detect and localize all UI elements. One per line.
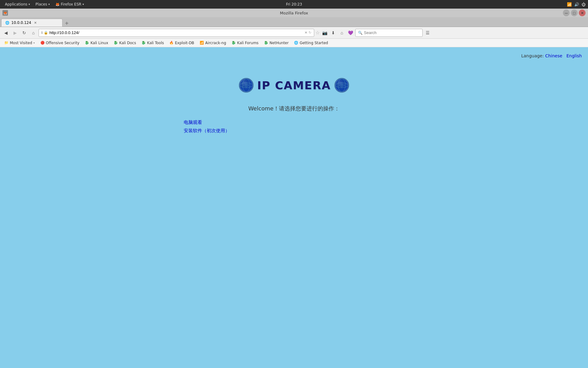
new-tab-button[interactable]: + bbox=[63, 19, 70, 27]
page-links: 电脑观看 安装软件（初次使用） bbox=[184, 120, 230, 134]
aircrack-icon: 📶 bbox=[200, 41, 204, 45]
title-bar-left: 🦊 bbox=[2, 10, 8, 16]
info-icon: ℹ bbox=[41, 31, 43, 35]
globe-left-icon bbox=[239, 78, 254, 93]
clear-url-icon[interactable]: ✕ bbox=[305, 31, 307, 35]
bookmark-nethunter[interactable]: 🐉 NetHunter bbox=[262, 40, 291, 46]
bookmark-label: NetHunter bbox=[270, 41, 288, 45]
system-tray: 📶 🔊 ⏻ bbox=[567, 2, 586, 7]
language-bar: Language: Chinese English bbox=[521, 53, 582, 58]
firefox-icon: 🦊 bbox=[55, 2, 60, 6]
bookmark-kali-tools[interactable]: 🐉 Kali Tools bbox=[139, 40, 166, 46]
window-title: Mozilla Firefox bbox=[280, 11, 308, 15]
screenshot-button[interactable]: 📷 bbox=[321, 29, 328, 36]
svg-point-2 bbox=[240, 83, 253, 88]
maximize-button[interactable]: □ bbox=[571, 10, 578, 16]
svg-point-7 bbox=[335, 83, 348, 88]
tab-close-button[interactable]: ✕ bbox=[33, 21, 38, 25]
bookmarks-bar: 📁 Most Visited ▾ 🔴 Offensive Security 🐉 … bbox=[0, 39, 588, 47]
home-button[interactable]: ⌂ bbox=[29, 29, 37, 37]
most-visited-icon: 📁 bbox=[4, 41, 9, 45]
bookmark-offensive-security[interactable]: 🔴 Offensive Security bbox=[38, 40, 82, 46]
back-button[interactable]: ◀ bbox=[2, 29, 10, 37]
pocket-button[interactable]: 💜 bbox=[347, 29, 354, 36]
exploit-db-icon: 🔥 bbox=[169, 41, 174, 45]
menu-button[interactable]: ☰ bbox=[424, 29, 431, 36]
bookmarks-button[interactable]: ⌂ bbox=[338, 29, 345, 36]
bookmark-label: Kali Forums bbox=[237, 41, 258, 45]
bookmark-kali-forums[interactable]: 🐉 Kali Forums bbox=[229, 40, 261, 46]
url-bar[interactable]: ℹ 🔒 ✕ ↻ bbox=[39, 29, 314, 37]
nav-bar: ◀ ▶ ↻ ⌂ ℹ 🔒 ✕ ↻ ☆ 📷 ⬇ ⌂ 💜 🔍 ☰ bbox=[0, 27, 588, 39]
pc-view-link[interactable]: 电脑观看 bbox=[184, 120, 230, 125]
minimize-button[interactable]: ─ bbox=[563, 10, 570, 16]
svg-point-3 bbox=[240, 84, 253, 86]
svg-point-9 bbox=[335, 79, 348, 92]
places-arrow: ▾ bbox=[48, 3, 50, 6]
kali-forums-icon: 🐉 bbox=[232, 41, 236, 45]
bookmark-label: Kali Docs bbox=[119, 41, 136, 45]
kali-tools-icon: 🐉 bbox=[141, 41, 146, 45]
download-button[interactable]: ⬇ bbox=[330, 29, 337, 36]
kali-linux-icon: 🐉 bbox=[85, 41, 89, 45]
window-icon: 🦊 bbox=[2, 10, 8, 16]
tab-title: 10.0.0.124 bbox=[11, 21, 31, 25]
svg-point-1 bbox=[243, 79, 250, 92]
chinese-language-link[interactable]: Chinese bbox=[545, 53, 562, 58]
url-input[interactable] bbox=[49, 30, 303, 35]
bookmark-star-icon[interactable]: ☆ bbox=[315, 30, 320, 36]
nethunter-icon: 🐉 bbox=[264, 41, 268, 45]
english-language-link[interactable]: English bbox=[566, 53, 582, 58]
reload-button[interactable]: ↻ bbox=[20, 29, 28, 37]
welcome-text: Welcome！请选择您要进行的操作： bbox=[248, 105, 340, 112]
svg-point-4 bbox=[240, 79, 253, 92]
getting-started-icon: 🌐 bbox=[294, 41, 298, 45]
bookmark-kali-docs[interactable]: 🐉 Kali Docs bbox=[111, 40, 138, 46]
bookmark-exploit-db[interactable]: 🔥 Exploit-DB bbox=[167, 40, 197, 46]
close-button[interactable]: ✕ bbox=[579, 10, 586, 16]
dropdown-arrow: ▾ bbox=[33, 41, 35, 44]
bookmark-label: Most Visited bbox=[10, 41, 32, 45]
kali-docs-icon: 🐉 bbox=[114, 41, 118, 45]
forward-button[interactable]: ▶ bbox=[11, 29, 19, 37]
window-controls: ─ □ ✕ bbox=[563, 10, 586, 16]
svg-point-8 bbox=[335, 84, 348, 86]
system-menu: Applications ▾ Places ▾ 🦊 Firefox ESR ▾ bbox=[2, 2, 86, 7]
network-icon[interactable]: 📶 bbox=[567, 2, 572, 7]
active-tab[interactable]: 🌐 10.0.0.124 ✕ bbox=[1, 19, 62, 27]
svg-point-6 bbox=[338, 79, 345, 92]
bookmark-most-visited[interactable]: 📁 Most Visited ▾ bbox=[2, 40, 37, 46]
lock-icon: 🔒 bbox=[44, 31, 48, 35]
applications-label: Applications bbox=[5, 2, 27, 6]
globe-right-icon bbox=[334, 78, 349, 93]
language-label: Language: bbox=[521, 53, 544, 58]
bookmark-getting-started[interactable]: 🌐 Getting Started bbox=[292, 40, 330, 46]
places-menu[interactable]: Places ▾ bbox=[33, 2, 52, 7]
tab-favicon: 🌐 bbox=[5, 21, 9, 25]
bookmark-kali-linux[interactable]: 🐉 Kali Linux bbox=[82, 40, 111, 46]
applications-menu[interactable]: Applications ▾ bbox=[2, 2, 32, 7]
firefox-label: Firefox ESR bbox=[61, 2, 81, 6]
svg-point-5 bbox=[335, 79, 348, 92]
page-content: IP CAMERA Welcome！请选 bbox=[0, 47, 588, 134]
bookmark-aircrack-ng[interactable]: 📶 Aircrack-ng bbox=[197, 40, 228, 46]
svg-point-0 bbox=[240, 79, 253, 92]
title-bar: 🦊 Mozilla Firefox ─ □ ✕ bbox=[0, 9, 588, 17]
search-bar[interactable]: 🔍 bbox=[355, 29, 423, 37]
firefox-menu[interactable]: 🦊 Firefox ESR ▾ bbox=[53, 2, 87, 7]
reload-url-icon[interactable]: ↻ bbox=[309, 31, 311, 35]
ipcam-logo: IP CAMERA bbox=[239, 78, 349, 93]
places-label: Places bbox=[36, 2, 47, 6]
bookmark-label: Exploit-DB bbox=[175, 41, 194, 45]
power-icon[interactable]: ⏻ bbox=[582, 2, 586, 7]
search-icon: 🔍 bbox=[358, 31, 363, 35]
system-bar: Applications ▾ Places ▾ 🦊 Firefox ESR ▾ … bbox=[0, 0, 588, 9]
web-content: Language: Chinese English bbox=[0, 47, 588, 368]
ipcam-title-text: IP CAMERA bbox=[257, 79, 331, 92]
install-software-link[interactable]: 安装软件（初次使用） bbox=[184, 128, 230, 134]
bookmark-label: Aircrack-ng bbox=[205, 41, 226, 45]
bookmark-label: Offensive Security bbox=[46, 41, 80, 45]
offensive-security-icon: 🔴 bbox=[40, 41, 45, 45]
search-input[interactable] bbox=[364, 30, 420, 35]
volume-icon[interactable]: 🔊 bbox=[574, 2, 579, 7]
